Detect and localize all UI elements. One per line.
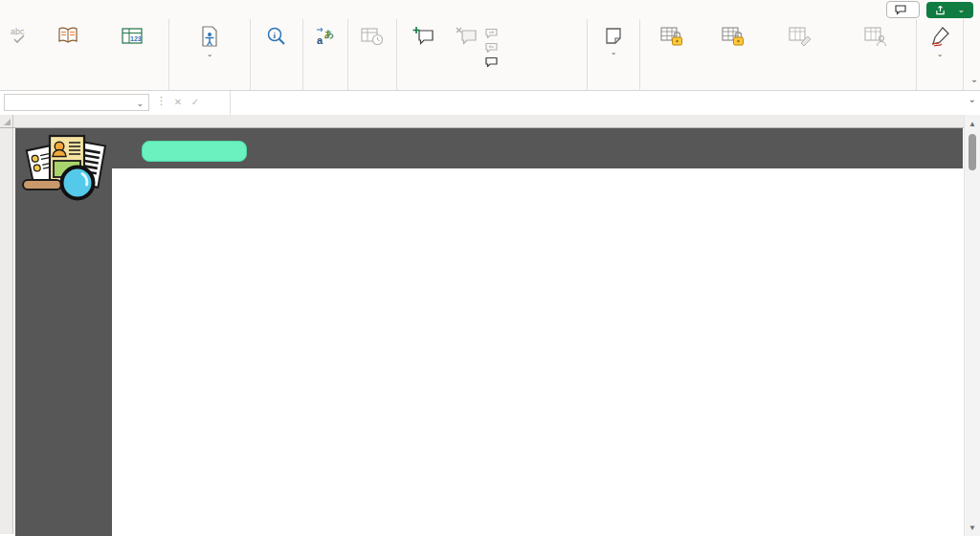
delete-comment-button[interactable] (449, 22, 485, 49)
accessibility-icon (200, 24, 219, 49)
name-box[interactable]: ⌄ (4, 94, 149, 111)
allow-edit-ranges-button[interactable] (764, 22, 836, 49)
translate-icon: あa (314, 24, 337, 49)
sheet-lock-icon (660, 24, 684, 49)
svg-text:a: a (317, 34, 323, 46)
workbook-stats-button[interactable]: 123 (96, 22, 168, 49)
delete-comment-icon (456, 24, 479, 49)
sheet-person-icon (864, 24, 888, 49)
menu-bar: ⌄ (0, 0, 980, 19)
select-all-corner[interactable] (0, 115, 13, 128)
chevron-down-icon: ⌄ (207, 50, 213, 58)
comment-icon (895, 5, 906, 15)
previous-comment-icon (485, 28, 498, 38)
workbook-lock-icon (722, 24, 746, 49)
show-comments-icon (485, 56, 498, 67)
ribbon-group-tinta: ⌄ (917, 19, 964, 90)
unprotect-sheet-button[interactable] (641, 22, 702, 49)
protect-workbook-button[interactable] (702, 22, 764, 49)
group-label-acessibilidade (169, 77, 250, 90)
collapse-ribbon-button[interactable]: ⌄ (964, 19, 980, 90)
comments-button[interactable] (886, 1, 920, 18)
spellcheck-icon: abc (9, 24, 32, 49)
chevron-down-icon: ⌄ (957, 5, 965, 14)
group-label-comentarios (397, 77, 587, 90)
insert-function-button[interactable] (206, 94, 221, 111)
recruitment-logo (21, 130, 111, 205)
svg-text:abc: abc (11, 27, 25, 36)
ribbon-group-alteracoes (348, 19, 397, 90)
group-label-alteracoes (348, 77, 396, 90)
group-label-anotacoes (588, 77, 639, 90)
svg-text:あ: あ (324, 29, 334, 39)
group-label-ideias (251, 77, 302, 90)
thesaurus-button[interactable] (40, 22, 96, 49)
svg-text:123: 123 (130, 35, 142, 42)
ribbon-group-revisao-de-texto: abc 123 (0, 19, 169, 90)
new-comment-icon (412, 24, 435, 49)
ribbon-group-ideias: i (251, 19, 303, 90)
share-icon (935, 5, 946, 15)
row-headers (0, 128, 13, 534)
menu-right: ⌄ (886, 1, 980, 18)
svg-text:i: i (274, 31, 277, 40)
hide-ink-button[interactable]: ⌄ (918, 22, 962, 59)
share-button[interactable]: ⌄ (926, 2, 973, 18)
formula-input[interactable] (230, 91, 906, 115)
formula-bar-divider: ⋮ (156, 95, 167, 107)
ribbon-group-comentarios (397, 19, 588, 90)
ribbon-group-proteger (640, 19, 917, 90)
vertical-scrollbar[interactable]: ▲ ▼ (964, 115, 980, 536)
group-label-tinta (917, 77, 963, 90)
show-changes-icon (361, 24, 384, 49)
open-positions-button[interactable] (142, 141, 247, 162)
ribbon-group-idioma: あa (303, 19, 348, 90)
smart-lookup-icon: i (266, 24, 287, 49)
ribbon-group-anotacoes: ⌄ (588, 19, 640, 90)
chevron-down-icon: ⌄ (136, 95, 144, 112)
show-changes-button[interactable] (349, 22, 395, 49)
sheet-area (13, 128, 964, 536)
sheet-pencil-icon (789, 24, 813, 49)
confirm-entry-button[interactable]: ✓ (188, 94, 203, 111)
unshare-workbook-button[interactable] (836, 22, 915, 49)
spell-check-button[interactable]: abc (0, 22, 40, 49)
previous-comment-button[interactable] (485, 26, 585, 40)
translate-button[interactable]: あa (304, 22, 346, 49)
ribbon: abc 123 (0, 19, 980, 91)
column-headers (13, 115, 964, 128)
ribbon-group-acessibilidade: ⌄ (169, 19, 251, 90)
new-comment-button[interactable] (399, 22, 449, 49)
group-label-idioma (303, 77, 347, 90)
show-comments-button[interactable] (485, 55, 585, 69)
workbook-stats-icon: 123 (122, 24, 143, 49)
expand-formula-bar-button[interactable]: ⌄ (969, 94, 976, 104)
scroll-up-arrow-icon[interactable]: ▲ (965, 117, 980, 130)
chevron-down-icon: ⌄ (937, 50, 944, 58)
book-icon (57, 24, 78, 49)
next-comment-button[interactable] (485, 40, 585, 55)
group-label-revisao-de-texto (0, 77, 168, 90)
ribbon-tabs (0, 0, 8, 19)
note-icon (604, 24, 623, 49)
group-label-proteger (640, 77, 916, 90)
cancel-entry-button[interactable]: ✕ (170, 94, 186, 111)
formula-bar: ⌄ ⋮ ✕ ✓ ⌄ (0, 91, 980, 116)
ink-pen-icon (929, 24, 950, 49)
scrollbar-thumb[interactable] (969, 134, 976, 170)
notes-button[interactable]: ⌄ (589, 22, 638, 56)
chevron-down-icon: ⌄ (970, 74, 978, 84)
smart-lookup-button[interactable]: i (252, 22, 301, 49)
scroll-down-arrow-icon[interactable]: ▼ (965, 521, 980, 534)
next-comment-icon (485, 42, 498, 53)
chevron-down-icon: ⌄ (611, 49, 617, 56)
check-accessibility-button[interactable]: ⌄ (173, 22, 246, 59)
